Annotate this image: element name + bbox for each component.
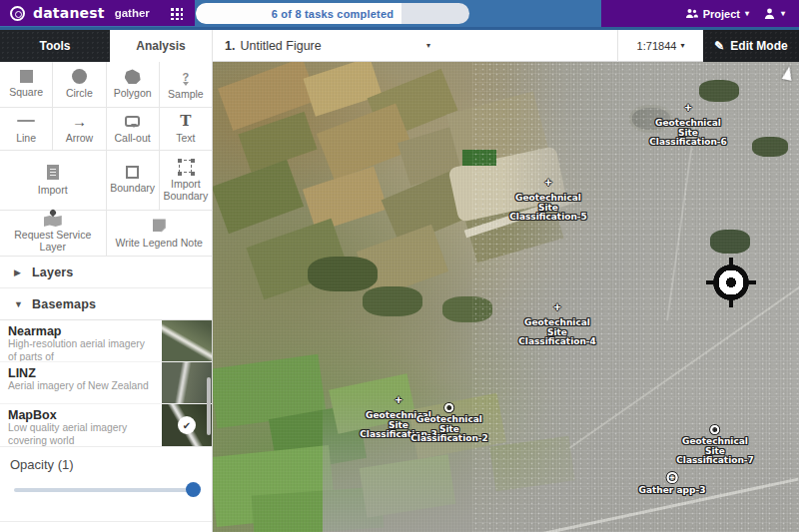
cross-marker-icon (684, 98, 692, 116)
tasks-progress-bar: 6 of 8 tasks completed (196, 3, 469, 24)
square-icon (20, 70, 33, 83)
tool-boundary[interactable]: Boundary (107, 151, 159, 210)
basemap-name: LINZ (8, 366, 156, 380)
import-boundary-icon (179, 160, 192, 173)
circle-marker-icon (711, 425, 720, 434)
basemap-thumbnail (162, 362, 212, 403)
tool-label: Import Boundary (162, 178, 210, 202)
user-menu[interactable]: ▾ (763, 7, 785, 20)
cross-marker-icon (544, 173, 552, 191)
tool-import-boundary[interactable]: Import Boundary (160, 151, 212, 210)
tool-import[interactable]: Import (0, 151, 106, 210)
opacity-label: Opacity (1) (10, 457, 204, 472)
pencil-icon: ✎ (714, 39, 724, 53)
tool-label: Request Service Layer (2, 229, 104, 253)
marker-label: Gather app-3 (639, 486, 706, 496)
tool-line[interactable]: Line (0, 108, 52, 150)
basemap-description: High-resolution aerial imagery of parts … (8, 338, 156, 361)
brand-name: datanest (33, 5, 105, 21)
tool-label: Sample (168, 88, 204, 100)
basemap-item-nearmap[interactable]: Nearmap High-resolution aerial imagery o… (0, 320, 212, 362)
tool-text[interactable]: Text (160, 108, 212, 150)
basemap-item-mapbox[interactable]: MapBox Low quality aerial imagery coveri… (0, 404, 212, 446)
sidebar-scrollbar[interactable] (207, 377, 211, 435)
toolbar-row: Tools Analysis 1. Untitled Figure ▾ 1:71… (0, 30, 799, 62)
tool-label: Circle (66, 87, 93, 99)
chevron-right-icon: ▶ (14, 267, 22, 277)
tool-label: Square (9, 86, 43, 98)
tool-label: Write Legend Note (116, 237, 203, 249)
project-menu-label: Project (703, 8, 740, 20)
edit-mode-button[interactable]: ✎ Edit Mode (703, 30, 799, 62)
tool-label: Call-out (115, 132, 151, 144)
tab-analysis[interactable]: Analysis (110, 30, 213, 62)
basemap-name: MapBox (8, 408, 156, 422)
map-marker-classification-4[interactable]: GeotechnicalSiteClassification-4 (518, 297, 596, 347)
tool-sample[interactable]: Sample (160, 62, 212, 107)
tool-label: Arrow (66, 132, 93, 144)
arrow-icon (72, 113, 87, 129)
basemap-description: Aerial imagery of New Zealand (8, 380, 156, 393)
map-marker-gather-app-3[interactable]: Gather app-3 (639, 472, 706, 496)
datanest-logo-icon (10, 6, 25, 21)
edit-mode-label: Edit Mode (730, 39, 787, 53)
product-name: gather (115, 7, 150, 19)
basemap-item-linz[interactable]: LINZ Aerial imagery of New Zealand (0, 362, 212, 404)
left-sidebar: Square Circle Polygon Sample Line Arrow (0, 62, 213, 532)
basemap-name: Nearmap (8, 324, 156, 338)
cross-marker-icon (395, 390, 402, 408)
basemap-thumbnail (162, 320, 212, 361)
chevron-down-icon: ▾ (781, 10, 785, 18)
tab-tools[interactable]: Tools (0, 30, 110, 62)
basemap-description: Low quality aerial imagery covering worl… (8, 422, 156, 446)
tool-label: Line (16, 132, 36, 144)
tool-square[interactable]: Square (0, 62, 52, 107)
tasks-progress-label: 6 of 8 tasks completed (196, 3, 469, 24)
cross-marker-icon (553, 297, 561, 315)
tool-polygon[interactable]: Polygon (107, 62, 159, 107)
section-settings[interactable]: ▶ Settings (0, 521, 212, 532)
marker-label: GeotechnicalSiteClassification-4 (518, 318, 596, 347)
opacity-control: Opacity (1) (0, 447, 212, 509)
section-layers[interactable]: ▶ Layers (0, 257, 212, 288)
map-marker-classification-2[interactable]: GeotechnicalSiteClassification-2 (410, 403, 488, 444)
section-basemaps[interactable]: ▼ Basemaps (0, 288, 212, 320)
tool-write-legend-note[interactable]: Write Legend Note (107, 211, 213, 256)
app-grid-icon[interactable] (170, 7, 183, 20)
marker-label: GeotechnicalSiteClassification-6 (649, 119, 727, 148)
chevron-down-icon: ▼ (14, 299, 22, 309)
marker-label: GeotechnicalSiteClassification-5 (509, 194, 587, 223)
tool-circle[interactable]: Circle (53, 62, 105, 107)
line-icon (17, 120, 35, 122)
selected-check-icon (178, 416, 196, 434)
figure-name: Untitled Figure (240, 39, 321, 53)
opacity-slider-thumb[interactable] (186, 482, 201, 497)
marker-label: GeotechnicalSiteClassification-7 (676, 437, 754, 466)
map-scale-value: 1:71844 (637, 40, 677, 52)
import-document-icon (47, 165, 59, 180)
figure-selector[interactable]: 1. Untitled Figure ▾ (213, 30, 618, 62)
map-scale-selector[interactable]: 1:71844 ▾ (618, 30, 703, 62)
tool-callout[interactable]: Call-out (107, 108, 159, 150)
opacity-slider-track[interactable] (14, 488, 198, 492)
tool-request-service-layer[interactable]: Request Service Layer (0, 211, 106, 256)
user-avatar-icon (763, 7, 776, 20)
map-marker-classification-6[interactable]: GeotechnicalSiteClassification-6 (649, 98, 727, 148)
map-marker-classification-7[interactable]: GeotechnicalSiteClassification-7 (676, 425, 754, 466)
tool-label: Text (176, 132, 195, 144)
location-target-icon (705, 257, 757, 308)
chevron-down-icon: ▾ (680, 42, 684, 50)
tool-grid: Square Circle Polygon Sample Line Arrow (0, 62, 212, 257)
tool-arrow[interactable]: Arrow (53, 108, 105, 150)
project-menu[interactable]: Project ▾ (685, 8, 749, 20)
brand-block[interactable]: datanest gather (0, 0, 195, 26)
project-people-icon (685, 8, 698, 19)
map-marker-classification-5[interactable]: GeotechnicalSiteClassification-5 (509, 173, 587, 223)
text-icon (180, 113, 191, 129)
boundary-icon (126, 166, 139, 179)
tool-label: Polygon (114, 87, 152, 99)
polygon-icon (125, 69, 141, 84)
callout-icon (125, 116, 140, 127)
map-canvas[interactable]: GeotechnicalSiteClassification-6 Geotech… (213, 62, 799, 532)
tool-label: Boundary (110, 182, 155, 194)
